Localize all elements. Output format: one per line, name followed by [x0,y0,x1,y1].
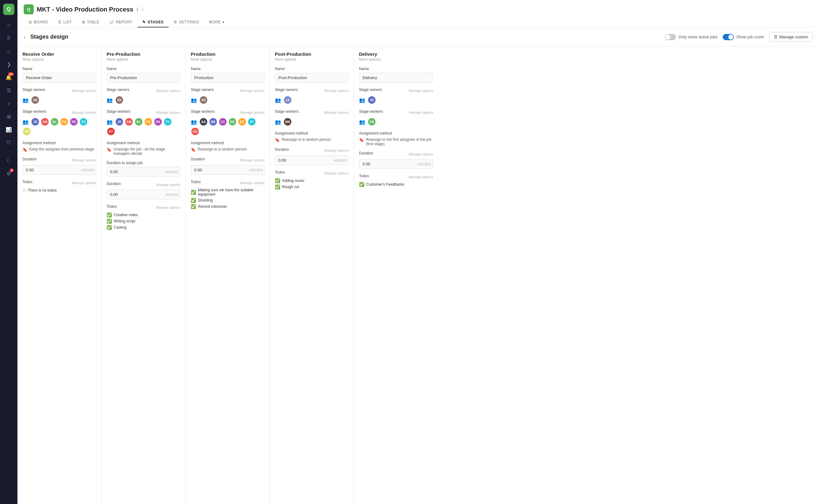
duration-manage-receive-order[interactable]: Manage options [72,158,96,162]
back-button[interactable]: ‹ [24,34,25,40]
manage-custom-button[interactable]: ☰ Manage custom [769,32,813,42]
stage-owners-manage-production[interactable]: Manage options [240,89,264,93]
stage-owners-avatars-pre-production: 👥 SB [107,96,180,104]
settings-icon[interactable]: ⚙ 2 [3,168,14,179]
column-more-options-receive-order[interactable]: More options [22,57,96,62]
duration-manage-post-production[interactable]: Manage options [324,149,349,152]
duration-manage-production[interactable]: Manage options [240,158,264,162]
tab-report[interactable]: 📈 REPORT [104,17,137,27]
bar-chart-icon[interactable]: 📊 [3,124,14,135]
duration-to-assign-group-pre-production: Duration to assign job HOURS [107,161,180,177]
duration-input-wrap-pre-production: HOURS [107,190,180,199]
column-title-production: Production [191,51,264,57]
name-input-receive-order[interactable] [22,73,96,83]
arrow-right-icon[interactable]: ❯ [3,59,14,70]
name-input-post-production[interactable] [275,73,349,83]
stage-owners-avatars-delivery: 👥 JD [359,96,433,104]
duration-input-receive-order[interactable] [23,165,81,174]
stage-owners-manage-pre-production[interactable]: Manage options [156,89,180,93]
list-icon[interactable]: ☰ [3,85,14,96]
add-owner-icon-post-production[interactable]: 👥 [275,97,281,103]
stage-owners-manage-post-production[interactable]: Manage options [324,89,349,93]
bell-icon[interactable]: 🔔 59 [3,72,14,83]
check-icon[interactable]: ✓ [3,98,14,109]
add-owner-icon-receive-order[interactable]: 👥 [22,97,29,103]
todos-manage-post-production[interactable]: Manage options [324,171,349,175]
tab-more[interactable]: MORE ▾ [204,17,230,27]
owner-avatar: JD [367,96,376,104]
star-icon[interactable]: ☆ [141,7,145,12]
add-worker-icon-post-production[interactable]: 👥 [275,119,281,125]
job-cover-toggle[interactable] [723,34,734,40]
worker-avatar: PQ [144,117,153,126]
add-worker-icon-production[interactable]: 👥 [191,119,197,125]
add-owner-icon-delivery[interactable]: 👥 [359,97,365,103]
column-more-options-post-production[interactable]: More options [275,57,349,62]
stage-workers-manage-delivery[interactable]: Manage options [409,111,433,114]
todo-text: Record voiceover [198,204,227,209]
todo-item: ✅ Rough cut [275,184,349,189]
topbar: Q MKT - Video Production Process ℹ ☆ ⊟ B… [17,0,819,28]
stage-workers-manage-receive-order[interactable]: Manage options [72,111,96,114]
todos-manage-delivery[interactable]: Manage options [409,175,433,179]
stage-owners-manage-receive-order[interactable]: Manage options [72,89,96,93]
add-owner-icon-pre-production[interactable]: 👥 [107,97,113,103]
duration-input-delivery[interactable] [359,159,418,169]
owner-avatar: SB [115,96,124,104]
stage-workers-manage-production[interactable]: Manage options [240,111,264,114]
add-worker-icon-pre-production[interactable]: 👥 [107,119,113,125]
tab-board[interactable]: ⊟ BOARD [24,17,53,27]
stage-workers-manage-pre-production[interactable]: Manage options [156,111,180,114]
stage-owners-manage-delivery[interactable]: Manage options [409,89,433,93]
column-title-delivery: Delivery [359,51,433,57]
duration-input-production[interactable] [191,165,250,174]
dashboard-icon[interactable]: ⊞ [3,111,14,122]
todos-manage-receive-order[interactable]: Manage options [72,181,96,185]
stage-workers-row-receive-order: Stage workers Manage options [22,109,96,116]
add-worker-icon-delivery[interactable]: 👥 [359,119,365,125]
name-field-group-delivery: Name [359,67,433,83]
assignment-text-post-production: Reassign to a random person [282,137,331,142]
duration-unit-pre-production: HOURS [165,193,180,197]
active-jobs-toggle[interactable] [665,34,676,40]
tab-settings[interactable]: ⚙ SETTINGS [169,17,204,27]
info-icon[interactable]: ℹ [136,7,138,12]
todos-manage-production[interactable]: Manage options [240,181,264,185]
tab-stages[interactable]: ✎ STAGES [137,17,169,27]
todos-manage-pre-production[interactable]: Manage options [156,206,180,209]
name-input-pre-production[interactable] [107,73,180,83]
todos-row-receive-order: Todos Manage options [22,180,96,186]
home-icon[interactable]: ⌂ [3,19,14,31]
more-tab-label: MORE [209,20,221,24]
duration-manage-pre-production[interactable]: Manage options [156,183,180,187]
worker-avatar: GR [367,117,376,126]
column-more-options-pre-production[interactable]: More options [107,57,180,62]
column-more-options-production[interactable]: More options [191,57,264,62]
table-tab-label: TABLE [87,20,99,24]
name-input-production[interactable] [191,73,264,83]
tab-table[interactable]: ⊞ TABLE [77,17,104,27]
stage-owners-group-receive-order: Stage owners Manage options 👥 SB [22,88,96,104]
duration-to-assign-unit-pre-production: HOURS [165,170,180,174]
moon-icon[interactable]: ☾ [3,155,14,166]
assignment-text-pre-production: Unassign the job - let the stage manager… [113,147,180,156]
add-worker-icon-receive-order[interactable]: 👥 [22,119,29,125]
name-input-delivery[interactable] [359,73,433,83]
grid-icon[interactable]: ⠿ [3,32,14,44]
stage-workers-manage-post-production[interactable]: Manage options [324,111,349,114]
duration-group-pre-production: Duration Manage options HOURS [107,182,180,199]
duration-input-pre-production[interactable] [107,190,165,199]
stages-tab-label: STAGES [147,20,163,24]
shield-icon[interactable]: 🛡 [3,137,14,148]
duration-to-assign-input-pre-production[interactable] [107,167,165,176]
worker-avatar: DD [228,117,237,126]
app-logo[interactable]: Q [3,4,14,15]
more-tab-chevron: ▾ [222,20,225,24]
add-owner-icon-production[interactable]: 👥 [191,97,197,103]
tab-list[interactable]: ☰ LIST [53,17,77,27]
todos-row-post-production: Todos Manage options [275,170,349,176]
search-icon[interactable]: ⌕ [3,45,14,57]
column-more-options-delivery[interactable]: More options [359,57,433,62]
duration-input-post-production[interactable] [275,156,334,165]
duration-manage-delivery[interactable]: Manage options [409,152,433,156]
